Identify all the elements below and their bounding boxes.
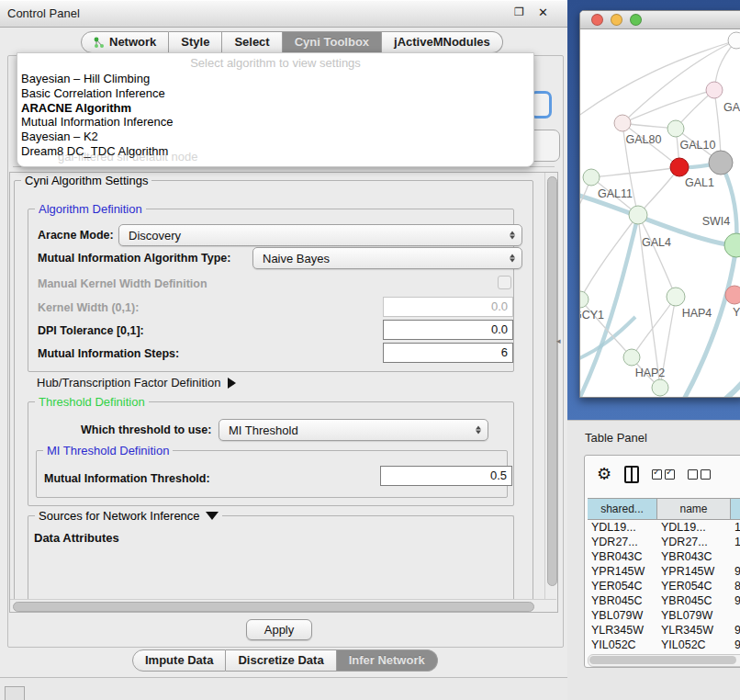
tab-label: Select	[234, 32, 269, 52]
apply-button[interactable]: Apply	[246, 619, 312, 640]
network-node[interactable]	[629, 206, 647, 224]
table-row[interactable]: YDR27...YDR27...12	[588, 535, 740, 549]
settings-vertical-scrollbar[interactable]	[544, 173, 557, 599]
select-all-checkboxes-icon[interactable]	[652, 469, 675, 480]
table-row[interactable]: YLR345WYLR345W9.	[588, 623, 740, 638]
table-panel: Table Panel ⚙ shared...nameYDL19...YDL19…	[567, 420, 740, 700]
algorithm-option[interactable]: Basic Correlation Inference	[21, 86, 526, 101]
algorithm-option[interactable]: Bayesian – Hill Climbing	[21, 72, 526, 86]
tab-jactivemnodules[interactable]: jActiveMNodules	[382, 31, 503, 53]
network-edge[interactable]	[591, 167, 679, 177]
algorithm-option[interactable]: Bayesian – K2	[21, 130, 526, 144]
column-header[interactable]	[731, 499, 740, 519]
column-header[interactable]: shared...	[588, 499, 657, 519]
hub-definition-expander[interactable]: Hub/Transcription Factor Definition	[37, 376, 236, 390]
table-horizontal-scrollbar[interactable]	[588, 654, 740, 667]
aracne-mode-select[interactable]: Discovery	[118, 224, 522, 246]
mi-steps-label: Mutual Information Steps:	[38, 347, 179, 360]
splitter-collapse-icon[interactable]: ◂	[556, 336, 561, 345]
network-edge[interactable]	[690, 377, 740, 397]
tab-label: jActiveMNodules	[394, 32, 490, 52]
table-cell: YDR27...	[588, 535, 657, 549]
application-root: Control Panel ❐ ✕ NetworkStyleSelectCyni…	[0, 0, 740, 700]
table-cell: 12	[731, 535, 740, 549]
network-node[interactable]	[670, 158, 689, 176]
table-row[interactable]: YBR045CYBR045C9.	[588, 593, 740, 608]
table-cell: YBL079W	[657, 608, 731, 623]
tab-style[interactable]: Style	[169, 31, 222, 53]
node-table[interactable]: shared...nameYDL19...YDL19...13YDR27...Y…	[588, 498, 740, 652]
table-row[interactable]: YBL079WYBL079W	[588, 608, 740, 623]
table-cell: 9	[731, 638, 740, 652]
table-cell: YPR145W	[657, 564, 731, 579]
table-row[interactable]: YDL19...YDL19...13	[588, 520, 740, 535]
tab-discretize-data[interactable]: Discretize Data	[226, 649, 336, 672]
control-panel-titlebar[interactable]: Control Panel ❐ ✕	[0, 0, 569, 28]
close-panel-icon[interactable]: ✕	[538, 6, 548, 19]
network-edge[interactable]	[721, 163, 736, 245]
network-edge[interactable]	[622, 90, 714, 123]
network-node[interactable]	[652, 379, 668, 396]
minimize-window-icon[interactable]	[611, 14, 622, 26]
table-cell: YDR27...	[657, 535, 731, 549]
network-node[interactable]	[580, 291, 589, 308]
table-row[interactable]: YIL052CYIL052C9	[588, 638, 740, 652]
network-edge[interactable]	[667, 245, 736, 397]
network-node[interactable]	[724, 233, 740, 257]
column-header[interactable]: name	[657, 499, 731, 519]
mi-threshold-input[interactable]: 0.5	[380, 466, 512, 486]
network-node[interactable]	[709, 151, 733, 175]
tab-infer-network[interactable]: Infer Network	[337, 649, 438, 672]
algorithm-option[interactable]: Mutual Information Inference	[21, 115, 526, 130]
tab-label: Discretize Data	[238, 650, 323, 671]
mi-threshold-group: MI Threshold Definition Mutual Informati…	[36, 450, 508, 498]
network-window-titlebar[interactable]	[580, 11, 740, 29]
tab-cyni-toolbox[interactable]: Cyni Toolbox	[283, 31, 382, 53]
network-view-window[interactable]: GALGAL80GAL10GAL1GAL11GAL4SWI4GCY1HAP4YH…	[579, 10, 740, 398]
table-row[interactable]: YER054CYER054C8.	[588, 579, 740, 593]
tab-label: Cyni Toolbox	[295, 32, 369, 52]
columns-icon[interactable]	[624, 466, 639, 483]
tab-impute-data[interactable]: Impute Data	[132, 649, 226, 672]
mi-steps-input[interactable]: 6	[383, 343, 513, 363]
float-panel-icon[interactable]: ❐	[514, 6, 524, 18]
network-node[interactable]	[667, 120, 684, 137]
which-threshold-select[interactable]: MI Threshold	[219, 419, 488, 441]
mi-algorithm-type-select[interactable]: Naive Bayes	[252, 247, 522, 269]
algorithm-option[interactable]: ARACNE Algorithm	[21, 101, 526, 116]
tab-select[interactable]: Select	[222, 31, 282, 53]
sources-expander[interactable]: Sources for Network Inference	[35, 509, 222, 523]
network-icon	[94, 37, 105, 49]
table-cell: YDL19...	[657, 520, 731, 535]
network-node[interactable]	[725, 286, 740, 304]
table-cell: YDL19...	[588, 520, 657, 535]
kernel-width-input[interactable]: 0.0	[383, 297, 513, 317]
network-edge[interactable]	[622, 40, 736, 123]
network-node[interactable]	[706, 82, 723, 98]
dock-panel-button[interactable]	[5, 686, 25, 700]
network-node[interactable]	[728, 32, 740, 49]
settings-horizontal-scrollbar[interactable]	[10, 599, 556, 612]
control-panel-title: Control Panel	[7, 6, 80, 20]
network-node[interactable]	[623, 349, 640, 366]
mi-algorithm-type-label: Mutual Information Algorithm Type:	[38, 252, 230, 265]
network-node[interactable]	[614, 115, 631, 131]
manual-kernel-width-checkbox[interactable]	[498, 276, 511, 289]
table-row[interactable]: YBR043CYBR043C	[588, 549, 740, 564]
network-graph-canvas[interactable]: GALGAL80GAL10GAL1GAL11GAL4SWI4GCY1HAP4YH…	[580, 29, 740, 397]
deselect-all-checkboxes-icon[interactable]	[688, 469, 711, 480]
table-cell: YBR043C	[657, 549, 731, 564]
close-window-icon[interactable]	[591, 14, 603, 26]
dpi-tolerance-input[interactable]: 0.0	[383, 320, 513, 340]
network-node[interactable]	[583, 169, 600, 186]
tab-network[interactable]: Network	[81, 31, 169, 53]
gear-icon[interactable]: ⚙	[597, 466, 611, 482]
network-node-label: HAP4	[682, 307, 712, 320]
network-edge[interactable]	[580, 215, 638, 397]
network-node[interactable]	[667, 288, 685, 306]
zoom-window-icon[interactable]	[630, 14, 642, 26]
table-row[interactable]: YPR145WYPR145W9.	[588, 564, 740, 579]
cyni-algorithm-settings-group: Cyni Algorithm Settings Algorithm Defini…	[14, 180, 533, 610]
network-edge[interactable]	[632, 297, 676, 357]
spinner-arrows-icon	[510, 254, 515, 263]
